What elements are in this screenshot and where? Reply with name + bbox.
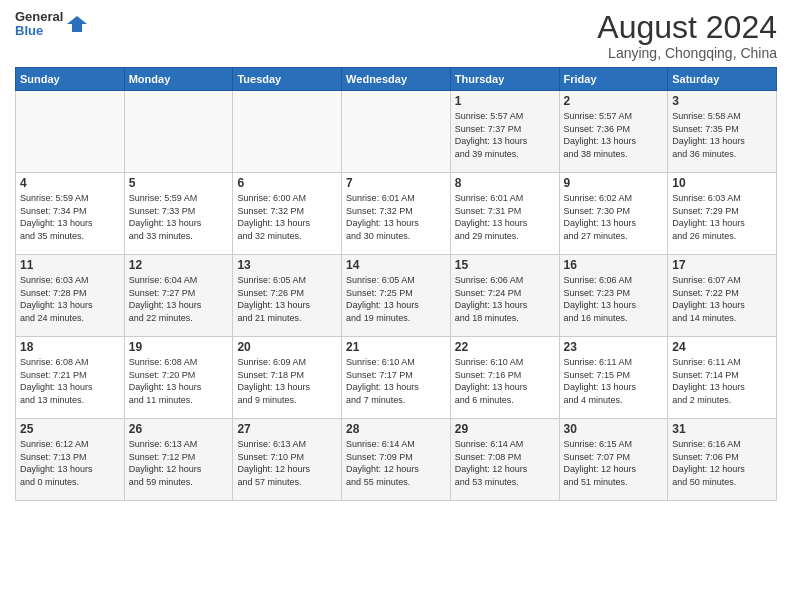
week-row-5: 25Sunrise: 6:12 AM Sunset: 7:13 PM Dayli…: [16, 419, 777, 501]
weekday-header-wednesday: Wednesday: [342, 68, 451, 91]
calendar-cell: 25Sunrise: 6:12 AM Sunset: 7:13 PM Dayli…: [16, 419, 125, 501]
calendar-cell: 13Sunrise: 6:05 AM Sunset: 7:26 PM Dayli…: [233, 255, 342, 337]
day-info: Sunrise: 6:07 AM Sunset: 7:22 PM Dayligh…: [672, 274, 772, 324]
day-number: 19: [129, 340, 229, 354]
logo-container: General Blue: [15, 10, 63, 39]
day-info: Sunrise: 6:12 AM Sunset: 7:13 PM Dayligh…: [20, 438, 120, 488]
calendar-cell: 3Sunrise: 5:58 AM Sunset: 7:35 PM Daylig…: [668, 91, 777, 173]
day-info: Sunrise: 6:04 AM Sunset: 7:27 PM Dayligh…: [129, 274, 229, 324]
calendar-cell: 16Sunrise: 6:06 AM Sunset: 7:23 PM Dayli…: [559, 255, 668, 337]
location-subtitle: Lanying, Chongqing, China: [597, 45, 777, 61]
day-info: Sunrise: 6:08 AM Sunset: 7:21 PM Dayligh…: [20, 356, 120, 406]
day-info: Sunrise: 6:13 AM Sunset: 7:10 PM Dayligh…: [237, 438, 337, 488]
day-info: Sunrise: 6:03 AM Sunset: 7:28 PM Dayligh…: [20, 274, 120, 324]
logo-general: General: [15, 10, 63, 24]
calendar-cell: 21Sunrise: 6:10 AM Sunset: 7:17 PM Dayli…: [342, 337, 451, 419]
weekday-header-sunday: Sunday: [16, 68, 125, 91]
day-number: 16: [564, 258, 664, 272]
day-info: Sunrise: 6:11 AM Sunset: 7:14 PM Dayligh…: [672, 356, 772, 406]
calendar-cell: 18Sunrise: 6:08 AM Sunset: 7:21 PM Dayli…: [16, 337, 125, 419]
calendar-cell: 28Sunrise: 6:14 AM Sunset: 7:09 PM Dayli…: [342, 419, 451, 501]
calendar-cell: 29Sunrise: 6:14 AM Sunset: 7:08 PM Dayli…: [450, 419, 559, 501]
day-number: 20: [237, 340, 337, 354]
day-info: Sunrise: 6:10 AM Sunset: 7:17 PM Dayligh…: [346, 356, 446, 406]
day-number: 15: [455, 258, 555, 272]
day-info: Sunrise: 6:16 AM Sunset: 7:06 PM Dayligh…: [672, 438, 772, 488]
day-info: Sunrise: 6:05 AM Sunset: 7:26 PM Dayligh…: [237, 274, 337, 324]
day-info: Sunrise: 6:10 AM Sunset: 7:16 PM Dayligh…: [455, 356, 555, 406]
logo-arrow-icon: [67, 14, 87, 34]
day-number: 4: [20, 176, 120, 190]
calendar-cell: [342, 91, 451, 173]
day-number: 9: [564, 176, 664, 190]
day-number: 7: [346, 176, 446, 190]
calendar-cell: 14Sunrise: 6:05 AM Sunset: 7:25 PM Dayli…: [342, 255, 451, 337]
day-info: Sunrise: 6:01 AM Sunset: 7:32 PM Dayligh…: [346, 192, 446, 242]
day-number: 12: [129, 258, 229, 272]
day-number: 13: [237, 258, 337, 272]
day-info: Sunrise: 6:14 AM Sunset: 7:09 PM Dayligh…: [346, 438, 446, 488]
calendar-cell: 24Sunrise: 6:11 AM Sunset: 7:14 PM Dayli…: [668, 337, 777, 419]
day-number: 1: [455, 94, 555, 108]
day-info: Sunrise: 5:58 AM Sunset: 7:35 PM Dayligh…: [672, 110, 772, 160]
day-info: Sunrise: 6:06 AM Sunset: 7:24 PM Dayligh…: [455, 274, 555, 324]
day-info: Sunrise: 5:57 AM Sunset: 7:37 PM Dayligh…: [455, 110, 555, 160]
day-number: 29: [455, 422, 555, 436]
logo: General Blue: [15, 10, 87, 39]
calendar-cell: 12Sunrise: 6:04 AM Sunset: 7:27 PM Dayli…: [124, 255, 233, 337]
weekday-header-monday: Monday: [124, 68, 233, 91]
calendar-cell: 10Sunrise: 6:03 AM Sunset: 7:29 PM Dayli…: [668, 173, 777, 255]
title-area: August 2024 Lanying, Chongqing, China: [597, 10, 777, 61]
weekday-header-row: SundayMondayTuesdayWednesdayThursdayFrid…: [16, 68, 777, 91]
day-number: 21: [346, 340, 446, 354]
weekday-header-saturday: Saturday: [668, 68, 777, 91]
day-number: 17: [672, 258, 772, 272]
calendar-cell: 2Sunrise: 5:57 AM Sunset: 7:36 PM Daylig…: [559, 91, 668, 173]
day-number: 8: [455, 176, 555, 190]
day-number: 11: [20, 258, 120, 272]
day-info: Sunrise: 6:02 AM Sunset: 7:30 PM Dayligh…: [564, 192, 664, 242]
day-info: Sunrise: 6:13 AM Sunset: 7:12 PM Dayligh…: [129, 438, 229, 488]
day-info: Sunrise: 6:03 AM Sunset: 7:29 PM Dayligh…: [672, 192, 772, 242]
calendar-cell: 7Sunrise: 6:01 AM Sunset: 7:32 PM Daylig…: [342, 173, 451, 255]
calendar-cell: 15Sunrise: 6:06 AM Sunset: 7:24 PM Dayli…: [450, 255, 559, 337]
day-info: Sunrise: 5:57 AM Sunset: 7:36 PM Dayligh…: [564, 110, 664, 160]
calendar-cell: 11Sunrise: 6:03 AM Sunset: 7:28 PM Dayli…: [16, 255, 125, 337]
calendar-cell: 30Sunrise: 6:15 AM Sunset: 7:07 PM Dayli…: [559, 419, 668, 501]
week-row-2: 4Sunrise: 5:59 AM Sunset: 7:34 PM Daylig…: [16, 173, 777, 255]
weekday-header-tuesday: Tuesday: [233, 68, 342, 91]
day-info: Sunrise: 5:59 AM Sunset: 7:33 PM Dayligh…: [129, 192, 229, 242]
calendar-cell: [16, 91, 125, 173]
calendar-cell: 17Sunrise: 6:07 AM Sunset: 7:22 PM Dayli…: [668, 255, 777, 337]
day-number: 5: [129, 176, 229, 190]
calendar-cell: 23Sunrise: 6:11 AM Sunset: 7:15 PM Dayli…: [559, 337, 668, 419]
day-number: 27: [237, 422, 337, 436]
day-info: Sunrise: 6:05 AM Sunset: 7:25 PM Dayligh…: [346, 274, 446, 324]
day-number: 18: [20, 340, 120, 354]
calendar-cell: [124, 91, 233, 173]
weekday-header-thursday: Thursday: [450, 68, 559, 91]
day-info: Sunrise: 6:00 AM Sunset: 7:32 PM Dayligh…: [237, 192, 337, 242]
calendar-cell: 5Sunrise: 5:59 AM Sunset: 7:33 PM Daylig…: [124, 173, 233, 255]
calendar-cell: 6Sunrise: 6:00 AM Sunset: 7:32 PM Daylig…: [233, 173, 342, 255]
day-number: 31: [672, 422, 772, 436]
day-number: 14: [346, 258, 446, 272]
day-info: Sunrise: 6:11 AM Sunset: 7:15 PM Dayligh…: [564, 356, 664, 406]
calendar-cell: [233, 91, 342, 173]
day-info: Sunrise: 5:59 AM Sunset: 7:34 PM Dayligh…: [20, 192, 120, 242]
calendar-cell: 26Sunrise: 6:13 AM Sunset: 7:12 PM Dayli…: [124, 419, 233, 501]
calendar-table: SundayMondayTuesdayWednesdayThursdayFrid…: [15, 67, 777, 501]
week-row-4: 18Sunrise: 6:08 AM Sunset: 7:21 PM Dayli…: [16, 337, 777, 419]
day-number: 28: [346, 422, 446, 436]
calendar-cell: 9Sunrise: 6:02 AM Sunset: 7:30 PM Daylig…: [559, 173, 668, 255]
day-number: 30: [564, 422, 664, 436]
day-info: Sunrise: 6:08 AM Sunset: 7:20 PM Dayligh…: [129, 356, 229, 406]
calendar-cell: 19Sunrise: 6:08 AM Sunset: 7:20 PM Dayli…: [124, 337, 233, 419]
svg-marker-0: [67, 16, 87, 32]
day-info: Sunrise: 6:14 AM Sunset: 7:08 PM Dayligh…: [455, 438, 555, 488]
month-title: August 2024: [597, 10, 777, 45]
calendar-cell: 27Sunrise: 6:13 AM Sunset: 7:10 PM Dayli…: [233, 419, 342, 501]
day-number: 6: [237, 176, 337, 190]
day-number: 26: [129, 422, 229, 436]
day-number: 24: [672, 340, 772, 354]
